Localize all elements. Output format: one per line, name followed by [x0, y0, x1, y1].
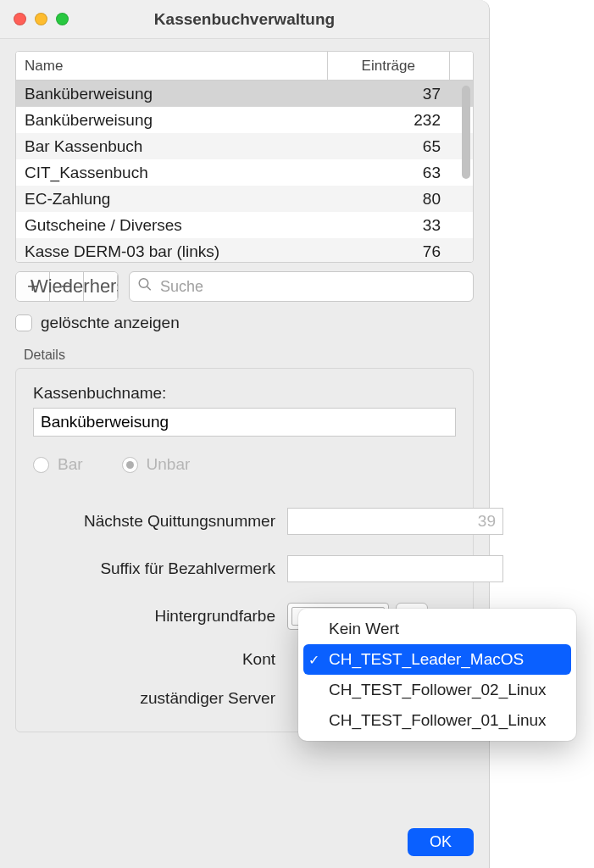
table-toolbar: + − Wiederherstellen: [15, 271, 474, 302]
table-row[interactable]: Kasse DERM-03 bar (links)76: [16, 238, 473, 262]
content: Name Einträge Banküberweisung37Banküberw…: [0, 39, 489, 868]
button-row: OK: [15, 808, 474, 856]
cell-name: CIT_Kassenbuch: [16, 164, 327, 182]
cell-entries: 76: [327, 242, 473, 261]
name-label: Kassenbuchname:: [33, 384, 456, 403]
suffix-input[interactable]: [287, 555, 503, 582]
add-remove-group: + − Wiederherstellen: [15, 271, 119, 302]
next-receipt-label: Nächste Quittungsnummer: [33, 512, 287, 531]
server-dropdown-menu[interactable]: Kein Wert✓CH_TEST_Leader_MacOSCH_TEST_Fo…: [298, 609, 576, 741]
cell-entries: 232: [327, 111, 473, 130]
svg-line-1: [147, 287, 151, 290]
name-input[interactable]: [33, 408, 456, 437]
radio-bar-label: Bar: [58, 455, 83, 474]
cell-name: EC-Zahlung: [16, 190, 327, 209]
col-header-spacer: [449, 52, 473, 80]
next-receipt-row: Nächste Quittungsnummer: [33, 508, 456, 535]
radio-bar-circle: [33, 457, 49, 473]
col-header-entries[interactable]: Einträge: [327, 52, 449, 80]
check-icon: ✓: [308, 652, 319, 668]
table-row[interactable]: CIT_Kassenbuch63: [16, 159, 473, 186]
dropdown-item[interactable]: CH_TEST_Follower_02_Linux: [303, 675, 571, 705]
close-icon[interactable]: [14, 13, 26, 25]
show-deleted-checkbox[interactable]: [15, 314, 32, 331]
konto-label: Kont: [33, 650, 287, 669]
show-deleted-label: gelöschte anzeigen: [41, 314, 180, 332]
cell-name: Kasse DERM-03 bar (links): [16, 242, 327, 261]
show-deleted-row: gelöschte anzeigen: [15, 314, 474, 332]
dropdown-item-label: CH_TEST_Follower_01_Linux: [329, 711, 547, 730]
cell-entries: 33: [327, 216, 473, 235]
details-group-title: Details: [15, 348, 474, 363]
minimize-icon[interactable]: [35, 13, 47, 25]
ok-button[interactable]: OK: [408, 828, 474, 856]
dropdown-item[interactable]: ✓CH_TEST_Leader_MacOS: [303, 644, 571, 675]
radio-bar[interactable]: Bar: [33, 455, 83, 474]
window-title: Kassenbuchverwaltung: [0, 10, 489, 29]
cell-entries: 65: [327, 137, 473, 156]
cell-entries: 37: [327, 85, 473, 103]
zoom-icon[interactable]: [56, 13, 69, 25]
cell-name: Banküberweisung: [16, 85, 327, 103]
table-row[interactable]: Bar Kassenbuch65: [16, 133, 473, 159]
next-receipt-input: [287, 508, 503, 535]
dropdown-item-label: CH_TEST_Follower_02_Linux: [329, 681, 547, 699]
search-field: [129, 271, 474, 302]
search-input[interactable]: [129, 271, 474, 302]
payment-type-row: Bar Unbar: [33, 455, 456, 474]
server-label: zuständiger Server: [33, 689, 287, 708]
search-icon: [137, 277, 153, 297]
cell-entries: 63: [327, 164, 473, 182]
cell-entries: 80: [327, 190, 473, 209]
table-row[interactable]: EC-Zahlung80: [16, 186, 473, 212]
table-header: Name Einträge: [16, 52, 473, 81]
table-row[interactable]: Banküberweisung232: [16, 107, 473, 133]
table-row[interactable]: Banküberweisung37: [16, 81, 473, 107]
cell-name: Gutscheine / Diverses: [16, 216, 327, 235]
dropdown-item[interactable]: Kein Wert: [303, 614, 571, 644]
table-scrollbar[interactable]: [462, 86, 470, 179]
radio-unbar-circle: [122, 457, 138, 473]
cell-name: Bar Kassenbuch: [16, 137, 327, 156]
titlebar: Kassenbuchverwaltung: [0, 0, 489, 39]
cell-name: Banküberweisung: [16, 111, 327, 130]
col-header-name[interactable]: Name: [16, 58, 327, 75]
suffix-label: Suffix für Bezahlvermerk: [33, 559, 287, 578]
svg-point-0: [139, 279, 148, 288]
table-row[interactable]: Gutscheine / Diverses33: [16, 212, 473, 238]
restore-button[interactable]: Wiederherstellen: [84, 272, 118, 301]
table-rows: Banküberweisung37Banküberweisung232Bar K…: [16, 81, 473, 262]
radio-unbar-label: Unbar: [147, 455, 191, 474]
dropdown-item-label: CH_TEST_Leader_MacOS: [329, 650, 524, 669]
suffix-row: Suffix für Bezahlvermerk: [33, 555, 456, 582]
traffic-lights: [14, 13, 69, 25]
main-table: Name Einträge Banküberweisung37Banküberw…: [15, 51, 474, 263]
radio-unbar[interactable]: Unbar: [122, 455, 191, 474]
bgcolor-label: Hintergrundfarbe: [33, 607, 287, 626]
dropdown-item-label: Kein Wert: [329, 620, 399, 638]
dropdown-item[interactable]: CH_TEST_Follower_01_Linux: [303, 705, 571, 736]
